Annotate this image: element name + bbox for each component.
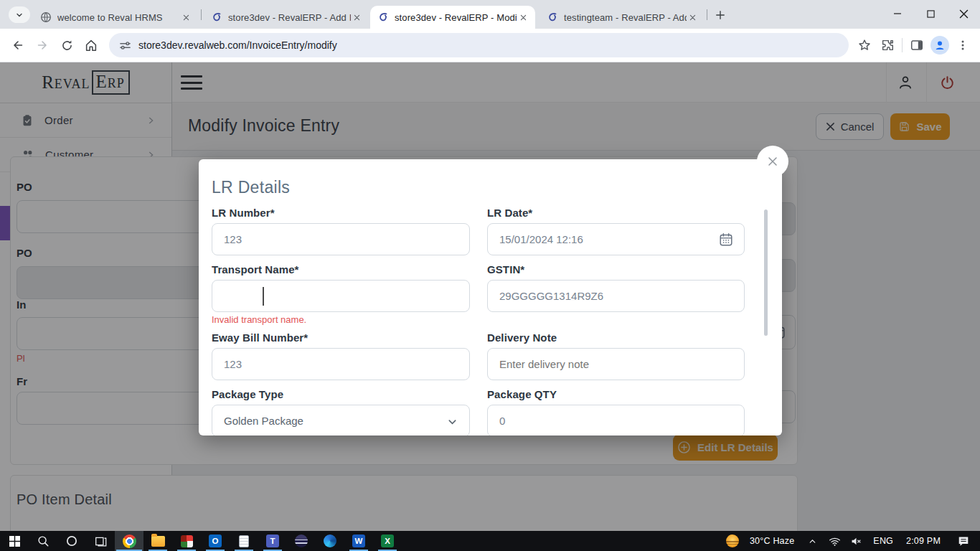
- browser-toolbar: store3dev.revalweb.com/InvoiceEntry/modi…: [0, 29, 980, 62]
- modal-title: LR Details: [212, 178, 290, 197]
- task-view-icon[interactable]: [86, 531, 115, 551]
- package-type-label: Package Type: [212, 388, 283, 400]
- close-icon[interactable]: [180, 11, 192, 24]
- transport-name-error: Invalid transport name.: [212, 314, 306, 325]
- browser-menu-icon[interactable]: [951, 34, 974, 57]
- reval-icon: [211, 11, 222, 23]
- word-icon[interactable]: W: [344, 531, 373, 551]
- notepad-icon[interactable]: [230, 531, 258, 551]
- taskbar-spacer: [402, 531, 722, 551]
- weather-icon[interactable]: [722, 531, 743, 551]
- package-type-value: Golden Package: [224, 415, 303, 427]
- extensions-icon[interactable]: [876, 34, 899, 57]
- bookmark-star-icon[interactable]: [853, 34, 876, 57]
- outlook-icon[interactable]: O: [201, 531, 230, 551]
- tab-title: welcome to Reval HRMS: [57, 12, 180, 23]
- home-icon[interactable]: [79, 33, 103, 57]
- tab-testingteam[interactable]: testingteam - RevalERP - Add V: [540, 6, 705, 29]
- package-type-select[interactable]: Golden Package: [212, 405, 470, 435]
- screen: welcome to Reval HRMS store3dev - RevalE…: [0, 0, 980, 551]
- tab-separator: [201, 9, 202, 20]
- side-panel-icon[interactable]: [905, 34, 928, 57]
- eway-bill-label: Eway Bill Number*: [212, 331, 308, 344]
- lr-number-input[interactable]: [212, 223, 470, 255]
- toolbar-divider: [902, 38, 903, 52]
- package-qty-label: Package QTY: [487, 388, 557, 400]
- window-maximize-button[interactable]: [914, 0, 947, 27]
- url-bar[interactable]: store3dev.revalweb.com/InvoiceEntry/modi…: [109, 33, 849, 57]
- volume-muted-icon[interactable]: [845, 531, 867, 551]
- tab-modify-invoice-active[interactable]: store3dev - RevalERP - Modify I: [370, 6, 535, 29]
- calendar-icon[interactable]: [718, 232, 734, 248]
- lr-date-label: LR Date*: [487, 207, 532, 219]
- close-icon[interactable]: [687, 11, 699, 24]
- lr-details-modal: LR Details LR Number* LR Date* 15/01/202…: [199, 159, 782, 435]
- tab-title: testingteam - RevalERP - Add V: [564, 12, 687, 23]
- teams-icon[interactable]: T: [258, 531, 287, 551]
- chrome-icon[interactable]: [115, 531, 143, 551]
- window-minimize-button[interactable]: [881, 0, 914, 27]
- notification-icon[interactable]: [947, 531, 980, 551]
- explorer-icon[interactable]: [143, 531, 172, 551]
- eclipse-icon[interactable]: [287, 531, 316, 551]
- language-indicator[interactable]: ENG: [867, 531, 900, 551]
- transport-name-label: Transport Name*: [212, 263, 299, 276]
- delivery-note-input[interactable]: [487, 348, 745, 380]
- url-text: store3dev.revalweb.com/InvoiceEntry/modi…: [138, 39, 337, 51]
- chevron-down-icon: [15, 11, 24, 19]
- package-qty-input[interactable]: [487, 405, 745, 435]
- lr-details-modal-card: LR Details LR Number* LR Date* 15/01/202…: [199, 159, 782, 435]
- tab-title: store3dev - RevalERP - Add Inv: [228, 12, 351, 23]
- windows-taskbar: O T W X 30°C Haze ENG 2:09 PM: [0, 531, 980, 551]
- site-info-icon[interactable]: [119, 39, 131, 52]
- back-icon[interactable]: [6, 33, 30, 57]
- new-tab-button[interactable]: [712, 6, 729, 24]
- time-label: 2:09 PM: [906, 536, 941, 546]
- tab-add-invoice[interactable]: store3dev - RevalERP - Add Inv: [204, 6, 369, 29]
- wifi-icon[interactable]: [824, 531, 845, 551]
- toolbar-actions: [853, 34, 974, 57]
- browser-tabstrip: welcome to Reval HRMS store3dev - RevalE…: [0, 0, 980, 29]
- eway-bill-input[interactable]: [212, 348, 470, 380]
- text-cursor: [263, 287, 264, 306]
- search-icon[interactable]: [29, 531, 57, 551]
- page-content: RevalErp Order Customer Product Catalogu…: [0, 62, 980, 531]
- gstin-label: GSTIN*: [487, 263, 524, 276]
- lr-number-label: LR Number*: [212, 207, 275, 219]
- weather-temp: 30°C: [750, 536, 771, 546]
- tab-reval-hrms[interactable]: welcome to Reval HRMS: [33, 6, 198, 29]
- close-icon[interactable]: [517, 11, 529, 24]
- window-close-button[interactable]: [947, 0, 980, 27]
- lr-date-value: 15/01/2024 12:16: [499, 233, 583, 245]
- forward-icon[interactable]: [30, 33, 55, 57]
- chevron-down-icon: [447, 417, 458, 428]
- clock[interactable]: 2:09 PM: [900, 531, 947, 551]
- cortana-icon[interactable]: [57, 531, 86, 551]
- weather-widget[interactable]: 30°C Haze: [743, 531, 801, 551]
- gstin-input[interactable]: [487, 280, 745, 312]
- tab-separator: [707, 9, 707, 20]
- edge-icon[interactable]: [316, 531, 344, 551]
- transport-name-input[interactable]: [212, 280, 470, 312]
- pinwheel-app-icon[interactable]: [172, 531, 201, 551]
- close-icon[interactable]: [351, 11, 363, 24]
- modal-close-button[interactable]: [757, 146, 788, 177]
- reload-icon[interactable]: [55, 33, 79, 57]
- lr-date-input[interactable]: 15/01/2024 12:16: [487, 223, 745, 255]
- weather-condition: Haze: [773, 536, 794, 546]
- excel-icon[interactable]: X: [373, 531, 402, 551]
- delivery-note-label: Delivery Note: [487, 331, 557, 344]
- tab-search-button[interactable]: [9, 6, 30, 23]
- reval-icon: [377, 11, 389, 23]
- profile-avatar[interactable]: [928, 34, 951, 57]
- tab-title: store3dev - RevalERP - Modify I: [395, 12, 517, 23]
- avatar: [930, 36, 949, 55]
- language-label: ENG: [873, 536, 893, 546]
- modal-scrollbar[interactable]: [764, 209, 768, 336]
- reval-icon: [547, 11, 558, 23]
- start-icon[interactable]: [0, 531, 29, 551]
- globe-icon: [40, 11, 52, 23]
- chevron-up-icon[interactable]: [801, 531, 824, 551]
